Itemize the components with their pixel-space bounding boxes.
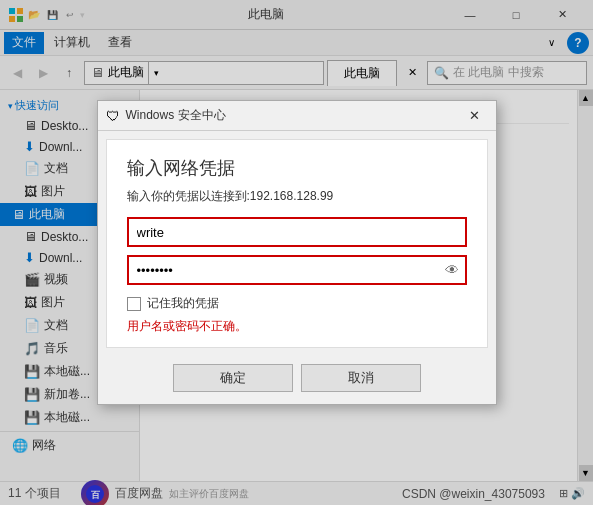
password-wrapper: 👁 — [127, 255, 467, 285]
dialog-subtitle: 输入你的凭据以连接到:192.168.128.99 — [127, 188, 467, 205]
dialog-overlay: 🛡 Windows 安全中心 ✕ 输入网络凭据 输入你的凭据以连接到:192.1… — [0, 0, 593, 505]
remember-label: 记住我的凭据 — [147, 295, 219, 312]
password-input[interactable] — [127, 255, 467, 285]
dialog-titlebar: 🛡 Windows 安全中心 ✕ — [98, 101, 496, 131]
username-group — [127, 217, 467, 247]
dialog-footer: 确定 取消 — [98, 356, 496, 404]
cancel-button[interactable]: 取消 — [301, 364, 421, 392]
credentials-dialog: 🛡 Windows 安全中心 ✕ 输入网络凭据 输入你的凭据以连接到:192.1… — [97, 100, 497, 405]
dialog-close-button[interactable]: ✕ — [462, 103, 488, 129]
dialog-title-text: Windows 安全中心 — [126, 107, 462, 124]
remember-row: 记住我的凭据 — [127, 295, 467, 312]
dialog-main-title: 输入网络凭据 — [127, 156, 467, 180]
show-password-icon[interactable]: 👁 — [445, 262, 459, 278]
ok-button[interactable]: 确定 — [173, 364, 293, 392]
username-input[interactable] — [127, 217, 467, 247]
password-group: 👁 — [127, 255, 467, 285]
security-shield-icon: 🛡 — [106, 108, 120, 124]
dialog-body: 输入网络凭据 输入你的凭据以连接到:192.168.128.99 👁 记住我的凭… — [106, 139, 488, 348]
error-message: 用户名或密码不正确。 — [127, 318, 467, 335]
remember-checkbox[interactable] — [127, 297, 141, 311]
